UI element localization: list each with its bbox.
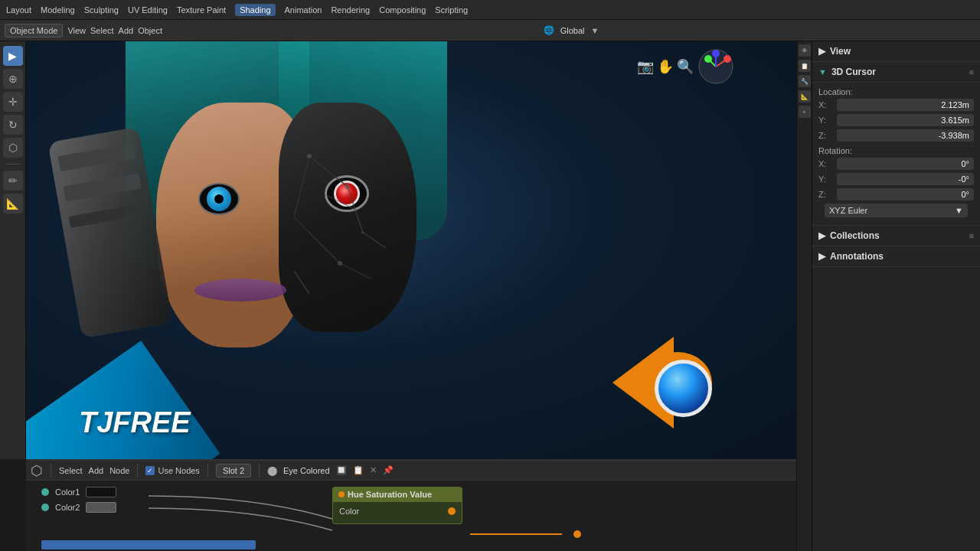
menu-item-sculpting[interactable]: Sculpting: [84, 5, 119, 15]
select-icon: ▶: [8, 50, 17, 62]
rotation-label: Rotation:: [818, 146, 974, 155]
menu-item-scripting[interactable]: Scripting: [435, 5, 468, 15]
cursor-triangle: ▼: [818, 67, 827, 77]
z-value[interactable]: -3.938m: [837, 129, 974, 142]
menu-item-animation[interactable]: Animation: [285, 5, 322, 15]
tool-scale-button[interactable]: ⬡: [3, 138, 23, 158]
rz-key: Z:: [818, 190, 837, 199]
color-output-dot[interactable]: [448, 507, 456, 515]
node-menu[interactable]: Node: [109, 466, 129, 475]
y-key: Y:: [818, 116, 837, 125]
hue-sat-label: Hue Saturation Value: [348, 490, 432, 499]
menu-item-uv-editing[interactable]: UV Editing: [128, 5, 168, 15]
menu-item-texture-paint[interactable]: Texture Paint: [177, 5, 226, 15]
cursor-label: 3D Cursor: [831, 67, 876, 77]
node-editor-canvas[interactable]: Color1 Color2 Hue Saturation Value: [26, 481, 796, 551]
x-value[interactable]: 2.123m: [837, 99, 974, 111]
color1-dot: [41, 488, 49, 496]
circuit-lines: [156, 80, 462, 386]
axes-gizmo[interactable]: [697, 47, 735, 86]
node-editor-icon: ⬡: [31, 462, 43, 479]
tool-select-button[interactable]: ▶: [3, 46, 23, 66]
color2-swatch[interactable]: [86, 502, 116, 513]
toolbar-object[interactable]: Object: [138, 26, 162, 35]
menu-item-shading[interactable]: Shading: [235, 4, 275, 16]
color2-row: Color2: [41, 502, 116, 513]
svg-line-4: [363, 233, 386, 248]
bottom-timeline-bar: [41, 540, 256, 549]
top-menu-bar: Layout Modeling Sculpting UV Editing Tex…: [0, 0, 980, 20]
tool-cursor-button[interactable]: ⊕: [3, 69, 23, 89]
cursor-icon: ⊕: [8, 73, 18, 85]
gizmo-zoom[interactable]: 🔍: [677, 58, 694, 75]
hue-sat-node[interactable]: Hue Saturation Value Color: [332, 487, 462, 524]
ry-key: Y:: [818, 174, 837, 184]
far-right-create-btn[interactable]: +: [799, 106, 811, 118]
node-icon-2[interactable]: 📋: [353, 465, 364, 475]
tool-measure-button[interactable]: 📐: [3, 194, 23, 214]
node-editor: ⬡ Select Add Node ✓ Use Nodes Slot 2 ⬤ E…: [26, 459, 796, 551]
use-nodes-label[interactable]: ✓ Use Nodes: [145, 466, 199, 475]
node-add[interactable]: Add: [89, 466, 104, 475]
tool-rotate-button[interactable]: ↻: [3, 115, 23, 135]
view-label: View: [830, 46, 851, 57]
far-right-item-btn[interactable]: 📋: [799, 60, 811, 72]
annotations-header[interactable]: ▶ Annotations: [812, 246, 980, 267]
ry-value[interactable]: -0°: [837, 173, 974, 185]
toolbar-view[interactable]: View: [67, 26, 86, 35]
rz-value[interactable]: 0°: [837, 188, 974, 201]
rx-value[interactable]: 0°: [837, 158, 974, 170]
main-viewport[interactable]: 📷 ✋ 🔍 TJFREE: [26, 41, 796, 459]
cursor-menu-icon[interactable]: ≡: [969, 68, 974, 77]
svg-line-6: [309, 233, 340, 263]
collections-triangle: ▶: [818, 230, 825, 241]
toolbar-add[interactable]: Add: [119, 26, 134, 35]
gizmo-camera[interactable]: 📷: [637, 58, 654, 75]
y-value[interactable]: 3.615m: [837, 114, 974, 126]
watermark-text: TJFREE: [79, 406, 191, 439]
svg-point-10: [345, 184, 350, 189]
annotations-triangle: ▶: [818, 251, 825, 262]
menu-item-compositing[interactable]: Compositing: [379, 5, 426, 15]
menu-item-modeling[interactable]: Modeling: [41, 5, 75, 15]
color2-label: Color2: [55, 503, 80, 512]
blender-sphere: [655, 360, 712, 417]
tool-move-button[interactable]: ✛: [3, 92, 23, 112]
node-select[interactable]: Select: [59, 466, 83, 475]
node-icon-pin[interactable]: 📌: [383, 465, 394, 475]
collections-header[interactable]: ▶ Collections ≡: [812, 226, 980, 246]
menu-item-rendering[interactable]: Rendering: [331, 5, 370, 15]
tool-annotate-button[interactable]: ✏: [3, 171, 23, 191]
sidebar-cursor-header[interactable]: ▼ 3D Cursor ≡: [812, 62, 980, 83]
location-x-row: X: 2.123m: [818, 99, 974, 111]
slot-selector[interactable]: Slot 2: [216, 464, 251, 478]
node-icon-1[interactable]: 🔲: [336, 465, 347, 475]
collections-label: Collections: [830, 230, 880, 241]
collections-menu[interactable]: ≡: [969, 232, 974, 240]
toolbar-separator-3: [207, 464, 208, 478]
z-key: Z:: [818, 131, 837, 140]
svg-line-8: [294, 271, 309, 294]
svg-point-17: [724, 55, 731, 63]
color1-swatch[interactable]: [86, 487, 116, 497]
gizmo-hand[interactable]: ✋: [657, 58, 674, 75]
far-right-view-btn[interactable]: 👁: [799, 44, 811, 57]
svg-line-2: [309, 156, 348, 187]
xyz-euler-selector[interactable]: XYZ Euler ▼: [825, 204, 968, 217]
toolbar-select[interactable]: Select: [90, 26, 114, 35]
far-right-tool-btn[interactable]: 🔧: [799, 75, 811, 87]
use-nodes-text: Use Nodes: [158, 466, 199, 475]
node-icon-close[interactable]: ✕: [370, 465, 377, 475]
toolbar-separator-4: [259, 464, 260, 478]
xyz-euler-label: XYZ Euler: [829, 206, 867, 215]
rotation-z-row: Z: 0°: [818, 188, 974, 201]
use-nodes-checkbox[interactable]: ✓: [145, 466, 155, 475]
menu-item-layout[interactable]: Layout: [6, 5, 31, 15]
far-right-view2-btn[interactable]: 📐: [799, 90, 811, 103]
mode-selector[interactable]: Object Mode: [5, 24, 63, 37]
annotations-label: Annotations: [830, 251, 884, 262]
svg-point-9: [307, 154, 312, 158]
sidebar-view-header[interactable]: ▶ View: [812, 41, 980, 62]
rx-key: X:: [818, 159, 837, 168]
material-name: Eye Colored: [283, 466, 330, 475]
